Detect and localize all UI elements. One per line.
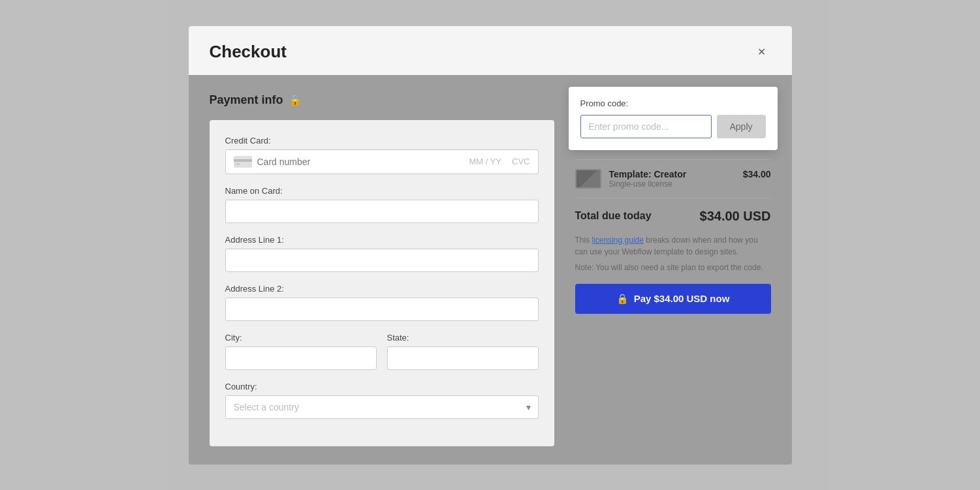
promo-code-input[interactable] [580,115,712,138]
modal-body: Payment info 🔒 Credit Card: [189,75,792,465]
state-label: State: [387,333,539,343]
close-button[interactable]: × [753,42,771,61]
item-price: $34.00 [743,169,771,179]
promo-input-row: Apply [580,115,766,138]
item-name: Template: Creator [609,169,687,179]
total-label: Total due today [575,210,652,222]
credit-card-group: Credit Card: MM / YY CV [225,136,539,174]
address1-label: Address Line 1: [225,235,539,245]
address1-input[interactable] [225,249,539,272]
card-number-input[interactable] [257,157,469,167]
city-state-row: City: State: [225,333,539,382]
name-on-card-group: Name on Card: [225,186,539,223]
order-section: Order summary Promo code: Apply [575,93,771,446]
city-group: City: [225,333,377,370]
item-details: Template: Creator Single-use license [609,169,687,189]
payment-lock-icon: 🔒 [289,94,302,106]
svg-rect-1 [234,159,252,162]
payment-form: Credit Card: MM / YY CV [210,120,554,446]
address2-input[interactable] [225,298,539,321]
total-amount: $34.00 USD [700,209,771,224]
payment-section-title: Payment info 🔒 [210,93,554,107]
export-note: Note: You will also need a site plan to … [575,262,771,273]
promo-code-label: Promo code: [580,99,766,108]
pay-button-label: Pay $34.00 USD now [634,293,730,304]
total-row: Total due today $34.00 USD [575,198,771,234]
state-group: State: [387,333,539,370]
card-input-row: MM / YY CVC [225,149,539,174]
city-label: City: [225,333,377,343]
city-input[interactable] [225,346,377,370]
country-select[interactable]: Select a country United States Canada Un… [225,395,539,419]
pay-button[interactable]: 🔒 Pay $34.00 USD now [575,284,771,314]
country-group: Country: Select a country United States … [225,382,539,419]
order-items: Template: Creator Single-use license $34… [575,159,771,314]
country-label: Country: [225,382,539,391]
order-item: Template: Creator Single-use license $34… [575,159,771,198]
item-thumbnail-image [577,170,600,187]
close-icon: × [758,44,766,59]
item-license: Single-use license [609,179,687,189]
address2-label: Address Line 2: [225,284,539,294]
promo-popup: Promo code: Apply [569,87,778,150]
svg-rect-2 [235,163,240,165]
checkout-modal: Checkout × Payment info 🔒 Credit Card: [189,26,792,465]
card-cvc-placeholder: CVC [512,157,530,166]
credit-card-label: Credit Card: [225,136,539,145]
name-on-card-label: Name on Card: [225,186,539,196]
item-thumbnail [575,169,601,189]
country-select-wrapper: Select a country United States Canada Un… [225,395,539,419]
modal-header: Checkout × [189,26,792,75]
address1-group: Address Line 1: [225,235,539,272]
payment-section: Payment info 🔒 Credit Card: [210,93,554,446]
card-expiry-placeholder: MM / YY [469,157,501,166]
modal-overlay: Checkout × Payment info 🔒 Credit Card: [0,0,980,490]
item-info: Template: Creator Single-use license [575,169,687,189]
license-note: This licensing guide breaks down when an… [575,234,771,258]
apply-promo-button[interactable]: Apply [717,115,766,138]
modal-title: Checkout [210,42,287,62]
licensing-guide-link[interactable]: licensing guide [592,236,644,245]
name-on-card-input[interactable] [225,200,539,223]
pay-lock-icon: 🔒 [616,293,629,305]
address2-group: Address Line 2: [225,284,539,321]
state-input[interactable] [387,346,539,370]
card-brand-icon [234,156,252,168]
